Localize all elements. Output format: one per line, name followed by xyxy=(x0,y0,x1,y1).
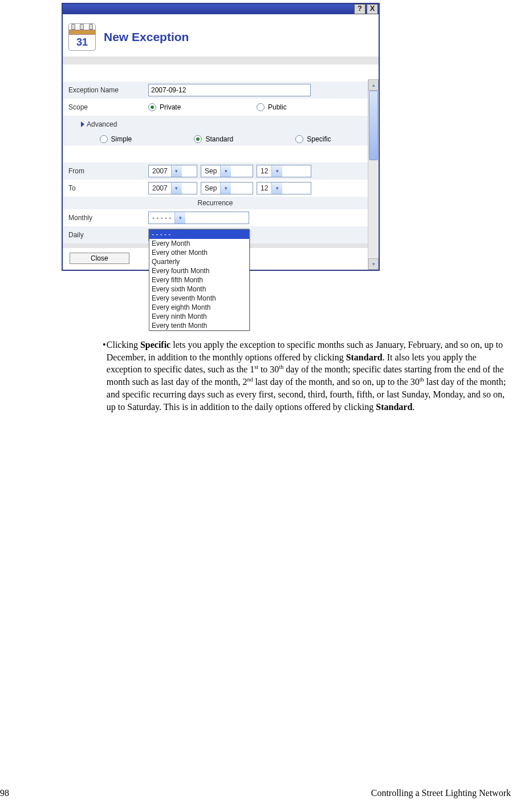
text-sup: th xyxy=(279,364,283,370)
dropdown-item[interactable]: Every fifth Month xyxy=(149,275,249,285)
row-exception-name: Exception Name xyxy=(63,82,368,99)
row-advanced[interactable]: Advanced xyxy=(63,116,368,133)
chevron-down-icon: ▾ xyxy=(271,165,282,177)
text: Clicking xyxy=(107,340,140,350)
row-scope: Scope Private Public xyxy=(63,99,368,116)
radio-icon xyxy=(194,135,202,143)
text: . xyxy=(412,402,415,412)
from-day-select[interactable]: 12▾ xyxy=(257,165,311,177)
recurrence-header: Recurrence xyxy=(63,197,368,209)
row-from: From 2007▾ Sep▾ 12▾ xyxy=(63,163,368,180)
row-to: To 2007▾ Sep▾ 12▾ xyxy=(63,180,368,197)
page-number: 98 xyxy=(0,788,9,798)
divider xyxy=(63,56,379,64)
dialog-title: New Exception xyxy=(104,30,189,44)
dropdown-item[interactable]: Every ninth Month xyxy=(149,312,249,321)
to-year-select[interactable]: 2007▾ xyxy=(148,182,197,194)
help-icon[interactable]: ? xyxy=(354,4,365,14)
text-bold: Standard xyxy=(376,402,412,412)
monthly-dropdown-list[interactable]: - - - - - Every Month Every other Month … xyxy=(149,229,250,331)
text: last day of the month, and so on, up to … xyxy=(253,377,419,387)
scroll-up-icon[interactable]: ▴ xyxy=(368,79,379,91)
text: to 30 xyxy=(258,365,279,375)
chevron-down-icon: ▾ xyxy=(174,212,185,224)
radio-standard-label: Standard xyxy=(205,135,233,143)
calendar-icon: 31 xyxy=(68,23,96,51)
radio-icon xyxy=(100,135,108,143)
scrollbar[interactable]: ▴ ▾ xyxy=(368,79,379,270)
from-year-select[interactable]: 2007▾ xyxy=(148,165,197,177)
radio-icon xyxy=(295,135,303,143)
radio-public[interactable]: Public xyxy=(257,103,287,111)
title-bar: ? X xyxy=(63,4,379,14)
text-bold: Standard xyxy=(346,352,383,362)
footer-title: Controlling a Street Lighting Network xyxy=(371,788,511,798)
dropdown-item[interactable]: Every other Month xyxy=(149,248,249,257)
radio-private[interactable]: Private xyxy=(148,103,257,111)
scroll-track[interactable] xyxy=(368,91,379,258)
chevron-down-icon: ▾ xyxy=(220,182,231,194)
radio-icon xyxy=(148,103,156,111)
dropdown-item[interactable]: Every seventh Month xyxy=(149,294,249,303)
chevron-down-icon: ▾ xyxy=(220,165,231,177)
bullet-icon: • xyxy=(103,339,107,413)
close-button[interactable]: Close xyxy=(70,253,129,264)
chevron-down-icon: ▾ xyxy=(171,182,182,194)
row-level: Simple Standard Specific xyxy=(63,133,368,145)
radio-simple[interactable]: Simple xyxy=(100,135,132,143)
text-bold: Specific xyxy=(140,340,170,350)
dropdown-item[interactable]: Every Month xyxy=(149,239,249,248)
exception-name-label: Exception Name xyxy=(68,86,148,94)
from-month-select[interactable]: Sep▾ xyxy=(201,165,253,177)
exception-name-input[interactable] xyxy=(148,84,311,96)
to-day-select[interactable]: 12▾ xyxy=(257,182,311,194)
monthly-select[interactable]: - - - - -▾ xyxy=(148,212,249,224)
close-icon[interactable]: X xyxy=(367,4,378,14)
radio-specific[interactable]: Specific xyxy=(295,135,331,143)
dropdown-item[interactable]: Every tenth Month xyxy=(149,321,249,330)
dropdown-item-selected[interactable]: - - - - - xyxy=(149,230,249,239)
daily-label: Daily xyxy=(68,231,148,239)
expand-icon xyxy=(81,121,84,127)
page-footer: 98 Controlling a Street Lighting Network xyxy=(0,788,512,798)
scope-label: Scope xyxy=(68,103,148,111)
radio-specific-label: Specific xyxy=(307,135,331,143)
scroll-thumb[interactable] xyxy=(369,91,378,160)
dropdown-item[interactable]: Every sixth Month xyxy=(149,285,249,294)
to-month-select[interactable]: Sep▾ xyxy=(201,182,253,194)
dropdown-item[interactable]: Quarterly xyxy=(149,257,249,266)
text-sup: st xyxy=(254,364,258,370)
radio-icon xyxy=(257,103,265,111)
dropdown-item[interactable]: Every eighth Month xyxy=(149,303,249,312)
advanced-label: Advanced xyxy=(87,120,117,128)
row-monthly: Monthly - - - - -▾ xyxy=(63,209,368,226)
text-sup: th xyxy=(420,376,424,383)
from-label: From xyxy=(68,167,148,175)
chevron-down-icon: ▾ xyxy=(271,182,282,194)
dialog-header: 31 New Exception xyxy=(63,14,379,56)
calendar-icon-number: 31 xyxy=(69,35,95,50)
radio-standard[interactable]: Standard xyxy=(194,135,233,143)
text-sup: nd xyxy=(247,376,253,383)
radio-simple-label: Simple xyxy=(111,135,132,143)
chevron-down-icon: ▾ xyxy=(171,165,182,177)
radio-public-label: Public xyxy=(268,103,287,111)
monthly-label: Monthly xyxy=(68,214,148,222)
radio-private-label: Private xyxy=(160,103,181,111)
document-paragraph: • Clicking Specific lets you apply the e… xyxy=(103,339,512,413)
to-label: To xyxy=(68,184,148,192)
dropdown-item[interactable]: Every fourth Month xyxy=(149,266,249,275)
scroll-down-icon[interactable]: ▾ xyxy=(368,258,379,270)
